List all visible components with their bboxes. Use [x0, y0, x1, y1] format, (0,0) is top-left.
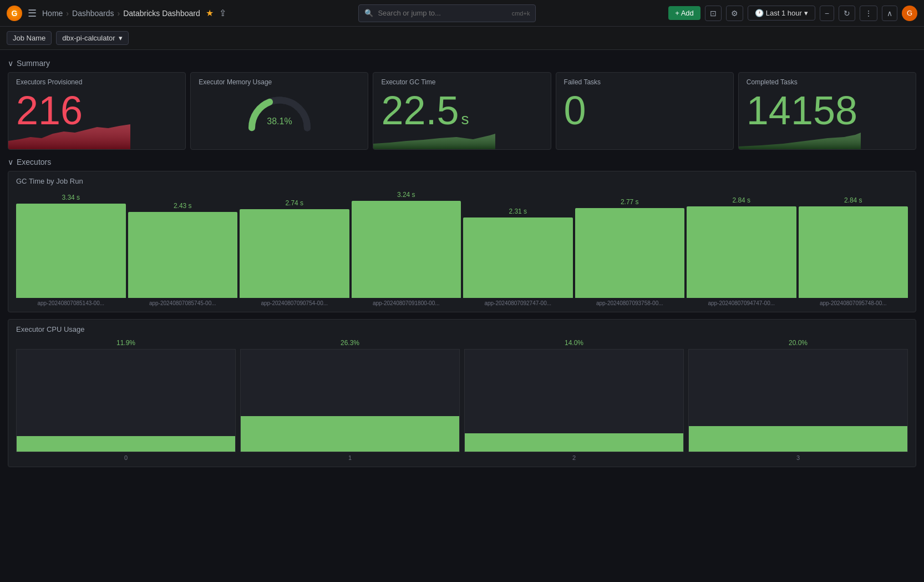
svg-marker-4: [373, 134, 495, 149]
completed-tasks-card: Completed Tasks 14158: [738, 72, 916, 150]
zoom-out-button[interactable]: −: [820, 6, 834, 21]
gc-bar-block: [687, 206, 796, 298]
gc-bar-col: 2.31 sapp-20240807092747-00...: [463, 208, 573, 306]
time-range-button[interactable]: 🕐 Last 1 hour ▾: [748, 6, 815, 21]
cpu-col: 26.3%1: [240, 339, 460, 461]
gc-bar-value: 2.43 s: [174, 202, 192, 210]
cpu-col: 20.0%3: [688, 339, 908, 461]
search-icon: 🔍: [364, 9, 373, 17]
gc-bar-block: [799, 206, 908, 298]
gc-bar-block: [240, 209, 349, 298]
summary-row: Executors Provisioned 216 Executor Memor…: [8, 72, 916, 150]
card-title-memory: Executor Memory Usage: [199, 78, 360, 86]
card-title-executors: Executors Provisioned: [16, 78, 177, 86]
time-range-label: Last 1 hour: [766, 9, 802, 17]
refresh-button[interactable]: ↻: [839, 6, 855, 21]
executors-section-header[interactable]: ∨ Executors: [8, 158, 916, 166]
gc-bar-value: 3.24 s: [397, 191, 415, 199]
gc-bar-value: 2.74 s: [285, 199, 303, 207]
job-name-filter[interactable]: dbx-pi-calculator ▾: [56, 31, 128, 45]
chevron-down-icon: ∨: [8, 158, 13, 166]
settings-icon-btn[interactable]: ⚙: [726, 6, 743, 21]
gc-bar-col: 2.43 sapp-20240807085745-00...: [128, 202, 238, 306]
gc-bar-value: 3.34 s: [62, 194, 80, 201]
gc-bar-value: 2.31 s: [509, 208, 527, 215]
breadcrumb-dashboards[interactable]: Dashboards: [72, 9, 114, 18]
cpu-bar-fill: [241, 416, 459, 452]
cpu-bar-wrap: [240, 349, 460, 452]
executors-label: Executors: [17, 158, 51, 166]
card-title-failed: Failed Tasks: [564, 78, 725, 86]
executor-memory-card: Executor Memory Usage 38.1%: [190, 72, 368, 150]
cpu-col-label: 11.9%: [16, 339, 236, 347]
failed-tasks-card: Failed Tasks 0: [556, 72, 734, 150]
card-title-gc: Executor GC Time: [381, 78, 542, 86]
cpu-bar-wrap: [16, 349, 236, 452]
job-name-value: dbx-pi-calculator: [62, 34, 115, 42]
cpu-x-label: 2: [464, 454, 684, 461]
sparkline-executors: [8, 122, 130, 149]
search-wrap: 🔍 cmd+k: [358, 4, 536, 22]
gc-bar-col: 2.74 sapp-20240807090754-00...: [240, 199, 349, 306]
cpu-bar-fill: [465, 433, 683, 452]
gc-bar-col: 2.84 sapp-20240807094747-00...: [687, 196, 796, 306]
avatar[interactable]: G: [902, 6, 917, 21]
sparkline-completed: [739, 122, 861, 149]
svg-text:38.1%: 38.1%: [267, 117, 292, 126]
search-shortcut: cmd+k: [512, 10, 530, 17]
main-content: ∨ Summary Executors Provisioned 216 Exec…: [0, 50, 924, 480]
gc-panel-title: GC Time by Job Run: [16, 177, 908, 185]
failed-value: 0: [564, 90, 725, 130]
gc-bar-app: app-20240807085745-00...: [149, 300, 216, 306]
cpu-bar-wrap: [688, 349, 908, 452]
gc-bar-col: 3.34 sapp-20240807085143-00...: [16, 194, 126, 306]
cpu-panel-title: Executor CPU Usage: [16, 325, 908, 333]
breadcrumb-sep-2: ›: [118, 9, 120, 18]
clock-icon: 🕐: [755, 9, 764, 17]
cpu-x-label: 3: [688, 454, 908, 461]
gc-bar-value: 2.84 s: [732, 196, 750, 204]
breadcrumb-sep-1: ›: [66, 9, 69, 18]
cpu-bar-wrap: [464, 349, 684, 452]
share-icon[interactable]: ⇪: [219, 8, 226, 18]
cpu-col-label: 26.3%: [240, 339, 460, 347]
breadcrumb-home[interactable]: Home: [42, 9, 63, 18]
svg-marker-5: [739, 133, 861, 149]
toolbar-row: Job Name dbx-pi-calculator ▾: [0, 27, 924, 50]
gauge-wrap: 38.1%: [199, 90, 360, 135]
gc-bars-row: 3.34 sapp-20240807085143-00...2.43 sapp-…: [16, 191, 908, 306]
add-button[interactable]: + Add: [668, 6, 700, 20]
cpu-col: 11.9%0: [16, 339, 236, 461]
cpu-bar-fill: [689, 426, 907, 452]
more-options-button[interactable]: ⋮: [860, 6, 877, 21]
gc-bar-col: 2.77 sapp-20240807093758-00...: [575, 198, 685, 306]
collapse-button[interactable]: ∧: [882, 6, 897, 21]
chevron-down-icon: ▾: [804, 9, 808, 17]
search-input[interactable]: [378, 9, 507, 17]
gauge-svg: 38.1%: [246, 90, 313, 135]
cpu-col-label: 14.0%: [464, 339, 684, 347]
cpu-usage-panel: Executor CPU Usage 11.9%026.3%114.0%220.…: [8, 319, 916, 467]
job-name-label: Job Name: [7, 31, 52, 45]
cpu-x-label: 0: [16, 454, 236, 461]
gc-bar-value: 2.84 s: [844, 196, 862, 204]
svg-marker-0: [8, 124, 130, 149]
chevron-down-icon: ∨: [8, 59, 13, 68]
nav-actions: + Add ⊡ ⚙ 🕐 Last 1 hour ▾ − ↻ ⋮ ∧ G: [668, 6, 917, 21]
summary-label: Summary: [17, 59, 50, 68]
card-title-completed: Completed Tasks: [747, 78, 908, 86]
hamburger-menu[interactable]: ☰: [28, 7, 37, 19]
gc-bar-block: [463, 217, 573, 298]
gc-bar-block: [575, 208, 685, 298]
gc-bar-app: app-20240807094747-00...: [708, 300, 775, 306]
gc-bar-block: [16, 204, 126, 298]
library-icon-btn[interactable]: ⊡: [705, 6, 722, 21]
breadcrumb: Home › Dashboards › Databricks Dashboard: [42, 9, 200, 18]
gc-bar-app: app-20240807093758-00...: [596, 300, 663, 306]
gc-bar-col: 2.84 sapp-20240807095748-00...: [799, 196, 908, 306]
top-nav: G ☰ Home › Dashboards › Databricks Dashb…: [0, 0, 924, 27]
summary-section-header[interactable]: ∨ Summary: [8, 59, 916, 68]
gc-bar-col: 3.24 sapp-20240807091800-00...: [352, 191, 461, 306]
cpu-col: 14.0%2: [464, 339, 684, 461]
star-icon[interactable]: ★: [206, 8, 214, 18]
